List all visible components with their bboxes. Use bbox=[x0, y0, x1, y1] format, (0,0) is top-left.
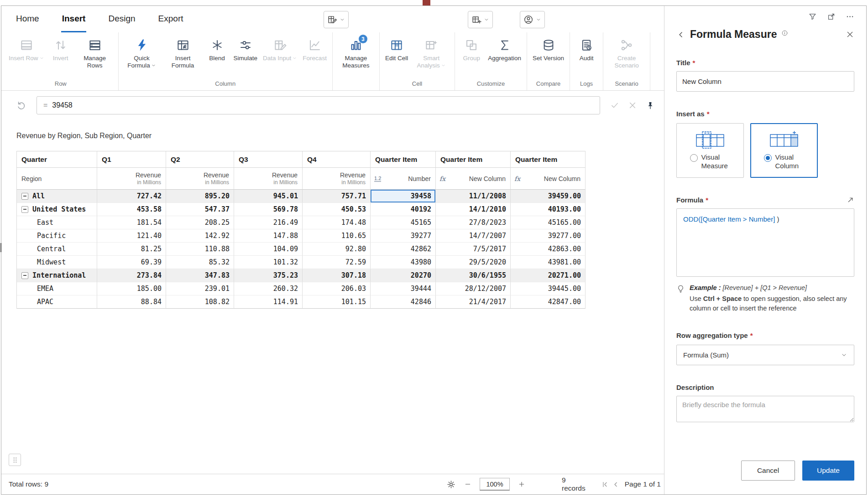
data-cell[interactable]: 45165 bbox=[371, 216, 436, 229]
simulate-button[interactable]: Simulate bbox=[232, 35, 260, 64]
row-header[interactable]: United States bbox=[17, 203, 97, 216]
data-cell[interactable]: 39445.00 bbox=[511, 282, 586, 295]
column-subheader[interactable]: Revenuein Millions bbox=[97, 168, 166, 190]
aggregation-select[interactable]: Formula (Sum) bbox=[676, 345, 854, 365]
user-menu-chip[interactable] bbox=[520, 11, 545, 28]
formula-editor[interactable]: ODD([Quarter Item > Number] ) bbox=[676, 208, 854, 277]
filter-icon[interactable] bbox=[808, 12, 817, 21]
data-cell[interactable]: 114.91 bbox=[234, 295, 303, 309]
column-header[interactable]: Q1 bbox=[97, 151, 166, 168]
data-cell[interactable]: 42847.00 bbox=[511, 295, 586, 309]
data-cell[interactable]: 11/1/2008 bbox=[436, 190, 511, 203]
data-cell[interactable]: 239.01 bbox=[166, 282, 234, 295]
data-cell[interactable]: 375.23 bbox=[234, 269, 303, 282]
data-cell[interactable]: 569.78 bbox=[234, 203, 303, 216]
audit-button[interactable]: Audit bbox=[574, 35, 599, 64]
visual-drag-handle[interactable] bbox=[9, 454, 21, 466]
row-header[interactable]: Pacific bbox=[17, 229, 97, 243]
data-cell[interactable]: 69.39 bbox=[97, 256, 166, 269]
column-header[interactable]: Q4 bbox=[303, 151, 371, 168]
selected-cell[interactable]: 39458 bbox=[371, 190, 436, 203]
more-options-icon[interactable] bbox=[846, 12, 854, 21]
data-cell[interactable]: 92.80 bbox=[303, 243, 371, 256]
cancel-formula-icon[interactable] bbox=[628, 101, 637, 110]
data-cell[interactable]: 72.59 bbox=[303, 256, 371, 269]
data-cell[interactable]: 81.25 bbox=[97, 243, 166, 256]
zoom-in-icon[interactable] bbox=[518, 481, 525, 488]
data-cell[interactable]: 39277.00 bbox=[511, 229, 586, 243]
collapse-toggle-icon[interactable] bbox=[21, 206, 28, 213]
data-cell[interactable]: 307.18 bbox=[303, 269, 371, 282]
aggregation-button[interactable]: Aggregation bbox=[486, 35, 523, 64]
data-cell[interactable]: 181.54 bbox=[97, 216, 166, 229]
column-header[interactable]: Quarter Item bbox=[511, 151, 586, 168]
data-cell[interactable]: 208.25 bbox=[166, 216, 234, 229]
commit-formula-icon[interactable] bbox=[610, 101, 619, 110]
data-cell[interactable]: 14/1/2010 bbox=[436, 203, 511, 216]
data-cell[interactable]: 216.49 bbox=[234, 216, 303, 229]
edit-table-chip[interactable] bbox=[324, 11, 349, 28]
tab-home[interactable]: Home bbox=[15, 6, 40, 32]
data-cell[interactable]: 347.83 bbox=[166, 269, 234, 282]
previous-page-icon[interactable] bbox=[612, 481, 620, 488]
column-header[interactable]: Q3 bbox=[234, 151, 303, 168]
data-cell[interactable]: 547.37 bbox=[166, 203, 234, 216]
data-cell[interactable]: 174.48 bbox=[303, 216, 371, 229]
data-cell[interactable]: 110.65 bbox=[303, 229, 371, 243]
data-cell[interactable]: 85.32 bbox=[166, 256, 234, 269]
data-cell[interactable]: 7/5/2017 bbox=[436, 243, 511, 256]
data-cell[interactable]: 757.71 bbox=[303, 190, 371, 203]
data-cell[interactable]: 88.84 bbox=[97, 295, 166, 309]
column-subheader[interactable]: Region bbox=[17, 168, 97, 190]
data-cell[interactable]: 42846 bbox=[371, 295, 436, 309]
visual-measure-radio[interactable] bbox=[690, 154, 698, 162]
update-button[interactable]: Update bbox=[802, 461, 854, 481]
column-header[interactable]: Quarter Item bbox=[436, 151, 511, 168]
data-cell[interactable]: 30/6/1955 bbox=[436, 269, 511, 282]
data-cell[interactable]: 39444 bbox=[371, 282, 436, 295]
column-subheader[interactable]: Revenuein Millions bbox=[166, 168, 234, 190]
data-cell[interactable]: 101.32 bbox=[234, 256, 303, 269]
zoom-out-icon[interactable] bbox=[464, 481, 471, 488]
data-cell[interactable]: 20271.00 bbox=[511, 269, 586, 282]
column-subheader[interactable]: fxNew Column bbox=[436, 168, 511, 190]
title-input[interactable] bbox=[676, 71, 854, 92]
data-cell[interactable]: 14/7/2007 bbox=[436, 229, 511, 243]
collapse-toggle-icon[interactable] bbox=[21, 272, 28, 279]
report-title[interactable]: Revenue by Region, Sub Region, Quarter bbox=[16, 132, 664, 140]
data-cell[interactable]: 39277 bbox=[371, 229, 436, 243]
expand-editor-icon[interactable] bbox=[847, 196, 854, 204]
data-cell[interactable]: 945.01 bbox=[234, 190, 303, 203]
column-subheader[interactable]: Revenuein Millions bbox=[303, 168, 371, 190]
data-cell[interactable]: 110.88 bbox=[166, 243, 234, 256]
column-header[interactable]: Quarter bbox=[17, 151, 97, 168]
data-cell[interactable]: 185.00 bbox=[97, 282, 166, 295]
formula-input[interactable]: = 39458 bbox=[37, 96, 600, 114]
tab-insert[interactable]: Insert bbox=[61, 6, 87, 32]
data-cell[interactable]: 28/12/2007 bbox=[436, 282, 511, 295]
data-cell[interactable]: 104.09 bbox=[234, 243, 303, 256]
set-version-button[interactable]: Set Version bbox=[531, 35, 566, 64]
manage-rows-button[interactable]: Manage Rows bbox=[75, 35, 115, 71]
collapse-toggle-icon[interactable] bbox=[21, 193, 28, 200]
data-cell[interactable]: 260.32 bbox=[234, 282, 303, 295]
data-cell[interactable]: 142.92 bbox=[166, 229, 234, 243]
data-cell[interactable]: 895.20 bbox=[166, 190, 234, 203]
popout-icon[interactable] bbox=[827, 12, 836, 21]
row-header[interactable]: Central bbox=[17, 243, 97, 256]
data-cell[interactable]: 453.58 bbox=[97, 203, 166, 216]
data-cell[interactable]: 727.42 bbox=[97, 190, 166, 203]
column-header[interactable]: Q2 bbox=[166, 151, 234, 168]
row-header[interactable]: APAC bbox=[17, 295, 97, 309]
visual-column-radio[interactable] bbox=[764, 154, 772, 162]
manage-measures-button[interactable]: 3Manage Measures bbox=[336, 35, 376, 71]
row-header[interactable]: East bbox=[17, 216, 97, 229]
blend-button[interactable]: Blend bbox=[204, 35, 230, 64]
column-header[interactable]: Quarter Item bbox=[371, 151, 436, 168]
data-cell[interactable]: 43981.00 bbox=[511, 256, 586, 269]
data-cell[interactable]: 45165.00 bbox=[511, 216, 586, 229]
data-cell[interactable]: 42863.00 bbox=[511, 243, 586, 256]
back-icon[interactable] bbox=[676, 30, 685, 39]
data-cell[interactable]: 40193.00 bbox=[511, 203, 586, 216]
visual-measure-option[interactable]: Visual Measure bbox=[676, 123, 744, 178]
